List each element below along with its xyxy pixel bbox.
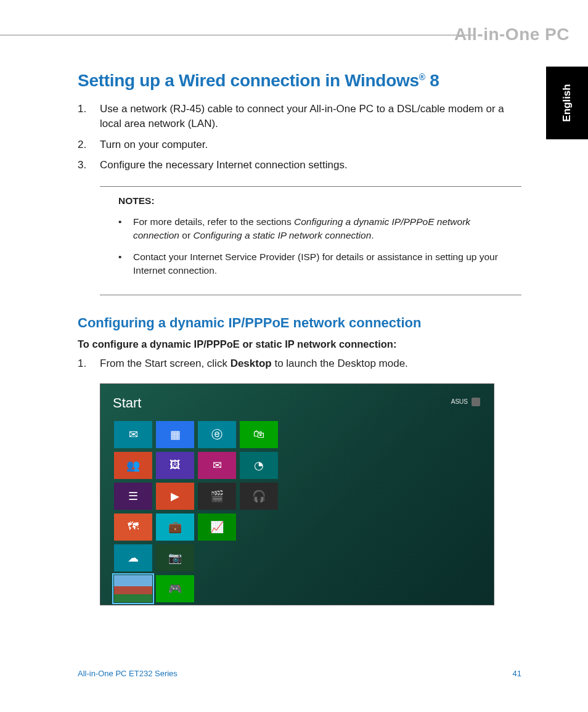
page-content: Setting up a Wired connection in Windows… (78, 71, 521, 605)
language-tab[interactable]: English (546, 67, 588, 139)
note-text: Contact your Internet Service Provider (… (133, 250, 517, 277)
tile: ⓔ (198, 421, 236, 448)
bullet-icon: • (118, 215, 133, 242)
title-prefix: Setting up a Wired connection in Windows (78, 71, 419, 90)
tile: ☁ (114, 544, 152, 571)
tile: 📈 (198, 514, 236, 541)
note-em: Configuring a static IP network connecti… (193, 230, 371, 240)
tile: 🎬 (198, 483, 236, 510)
user-badge: ASUS (451, 398, 480, 406)
step-text: Configure the necessary Internet connect… (100, 158, 348, 173)
note-pre: For more details, refer to the sections (133, 216, 294, 227)
step-text: Turn on your computer. (100, 137, 208, 152)
steps-list: 1. Use a network (RJ-45) cable to connec… (78, 102, 521, 173)
language-tab-label: English (561, 84, 573, 121)
tile: 🖼 (156, 452, 194, 479)
tile: ◔ (240, 452, 278, 479)
tile: ☰ (114, 483, 152, 510)
tile: ✉ (114, 421, 152, 448)
tile (114, 575, 152, 602)
note-text: For more details, refer to the sections … (133, 215, 517, 242)
step-number: 1. (78, 358, 100, 370)
bullet-icon: • (118, 250, 133, 277)
start-screen-figure: Start ASUS ✉▦ⓔ🛍👥🖼✉◔☰▶🎬🎧🗺💼📈☁📷🎮 (100, 383, 494, 605)
step-number: 1. (78, 102, 100, 131)
subsection-lead: To configure a dynamic IP/PPPoE or stati… (78, 338, 521, 350)
note-item: • For more details, refer to the section… (118, 215, 517, 242)
page-footer: All-in-One PC ET232 Series 41 (78, 669, 521, 678)
tile: ▶ (156, 483, 194, 510)
step-post: to launch the Desktop mode. (272, 358, 408, 369)
tile: 🗺 (114, 514, 152, 541)
tile: 🎧 (240, 483, 278, 510)
tiles-grid: ✉▦ⓔ🛍👥🖼✉◔☰▶🎬🎧🗺💼📈☁📷🎮 (114, 421, 320, 602)
substep-item: 1. From the Start screen, click Desktop … (78, 358, 521, 370)
avatar-icon (472, 398, 480, 406)
step-item: 3. Configure the necessary Internet conn… (78, 158, 521, 173)
notes-label: NOTES: (118, 194, 517, 208)
user-name: ASUS (451, 398, 468, 405)
step-text: From the Start screen, click Desktop to … (100, 358, 408, 370)
tile: 📷 (156, 544, 194, 571)
step-bold: Desktop (231, 358, 272, 369)
note-item: • Contact your Internet Service Provider… (118, 250, 517, 277)
tile: ▦ (156, 421, 194, 448)
step-number: 3. (78, 158, 100, 173)
start-label: Start (113, 395, 481, 411)
step-item: 2. Turn on your computer. (78, 137, 521, 152)
tile: 👥 (114, 452, 152, 479)
footer-page: 41 (513, 669, 521, 678)
tile: 🛍 (240, 421, 278, 448)
note-post: . (371, 230, 374, 240)
brand-label: All-in-One PC (454, 25, 570, 44)
notes-list: • For more details, refer to the section… (118, 215, 517, 277)
note-mid: or (179, 230, 193, 240)
registered-mark: ® (419, 72, 425, 82)
footer-series: All-in-One PC ET232 Series (78, 669, 178, 678)
step-pre: From the Start screen, click (100, 358, 231, 369)
header-rule (0, 35, 475, 36)
page-title: Setting up a Wired connection in Windows… (78, 71, 521, 91)
title-suffix: 8 (425, 71, 439, 90)
tile: ✉ (198, 452, 236, 479)
tile: 🎮 (156, 575, 194, 602)
tile: 💼 (156, 514, 194, 541)
subsection-title: Configuring a dynamic IP/PPPoE network c… (78, 315, 521, 331)
notes-box: NOTES: • For more details, refer to the … (100, 186, 521, 295)
step-item: 1. Use a network (RJ-45) cable to connec… (78, 102, 521, 131)
step-text: Use a network (RJ-45) cable to connect y… (100, 102, 521, 131)
step-number: 2. (78, 137, 100, 152)
